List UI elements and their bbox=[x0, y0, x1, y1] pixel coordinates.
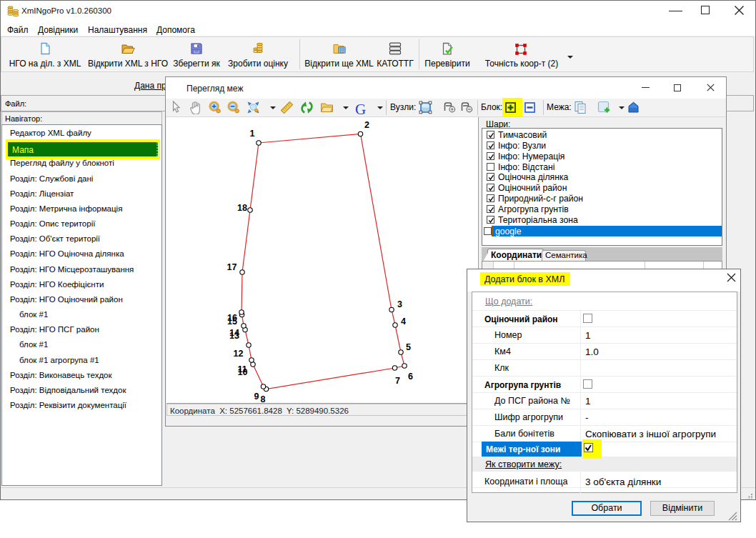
svg-text:9: 9 bbox=[254, 392, 259, 402]
svg-text:18: 18 bbox=[237, 203, 247, 213]
svg-text:14: 14 bbox=[229, 328, 239, 338]
svg-text:3: 3 bbox=[397, 299, 402, 309]
svg-text:7: 7 bbox=[395, 376, 400, 386]
svg-text:2: 2 bbox=[364, 120, 369, 130]
svg-text:16: 16 bbox=[227, 313, 237, 323]
svg-text:4: 4 bbox=[401, 317, 406, 327]
svg-text:8: 8 bbox=[261, 394, 266, 404]
svg-text:12: 12 bbox=[234, 349, 244, 359]
svg-text:11: 11 bbox=[237, 364, 247, 374]
svg-text:17: 17 bbox=[227, 262, 237, 272]
svg-text:1: 1 bbox=[250, 129, 255, 139]
svg-text:G: G bbox=[355, 102, 366, 116]
svg-text:6: 6 bbox=[408, 372, 413, 382]
svg-text:5: 5 bbox=[406, 342, 411, 352]
